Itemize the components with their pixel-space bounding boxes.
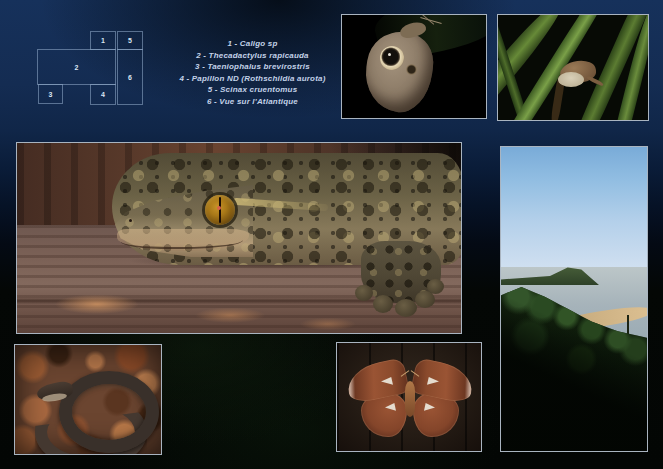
legend-item-4: 4 - Papillon ND (Rothschildia aurota) [150,73,355,85]
minimap-number: 2 [75,64,79,71]
minimap-number: 5 [128,37,132,44]
minimap-box-4: 4 [90,84,116,105]
minimap-box-1: 1 [90,31,116,50]
species-legend: 1 - Caligo sp 2 - Thecadactylus rapicaud… [150,38,355,108]
gecko-toe [355,285,373,301]
gecko-toe [427,279,444,294]
palm-trunk [627,315,629,335]
moth-body [405,381,415,417]
minimap-number: 3 [49,91,53,98]
snake-coil [59,371,159,453]
gecko-nostril [129,219,132,222]
legend-item-6: 6 - Vue sur l'Atlantique [150,96,355,108]
sky [501,147,647,267]
minimap-box-3: 3 [38,84,63,104]
legend-item-1: 1 - Caligo sp [150,38,355,50]
butterfly-wing [361,28,437,116]
gecko-eye-glint [217,206,221,210]
gecko-toe [395,299,417,317]
photo-owl-butterfly [341,14,487,119]
minimap-box-5: 5 [117,31,143,50]
photo-moth [336,342,482,452]
minimap-number: 1 [101,37,105,44]
eyespot-highlight [388,53,391,56]
photo-board-poster: 1 5 2 6 3 4 1 - Caligo sp 2 - Thecadacty… [0,0,663,469]
legend-item-2: 2 - Thecadactylus rapicauda [150,50,355,62]
photo-atlantic-view [500,146,648,452]
photo-tree-frog [497,14,649,121]
gecko-toe [373,295,393,313]
gecko-mouth-line [121,231,243,249]
butterfly-eyespot [380,46,404,70]
legend-item-3: 3 - Taeniophalus brevirostris [150,61,355,73]
minimap-number: 4 [101,91,105,98]
gecko-pupil-slit [219,197,221,223]
legend-item-5: 5 - Scinax cruentomus [150,84,355,96]
photo-snake [14,344,162,455]
photo-gecko [16,142,462,334]
minimap-box-2: 2 [37,49,116,85]
frog-belly [558,72,584,87]
butterfly-small-spot [406,64,417,75]
minimap-box-6: 6 [117,49,143,105]
minimap-number: 6 [128,74,132,81]
